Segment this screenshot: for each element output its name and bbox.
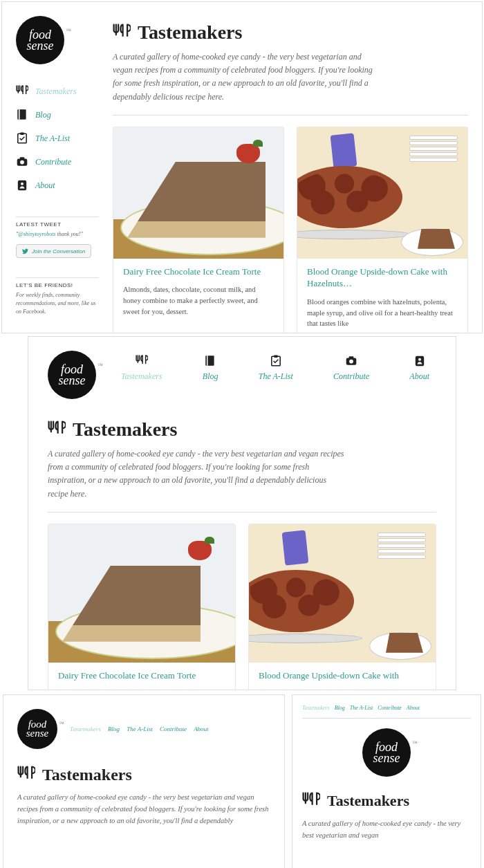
address-icon <box>413 355 426 367</box>
recipe-card[interactable]: Blood Orange Upside-down Cake with Hazel… <box>297 127 468 333</box>
nav-item-about[interactable]: About <box>194 726 209 732</box>
main-nav: Tastemakers Blog The A-List Contribute A… <box>302 705 471 719</box>
recipe-title[interactable]: Blood Orange Upside-down Cake with Hazel… <box>307 266 458 290</box>
tweet-text: "@shinytoyrobots thank you!" <box>16 230 99 239</box>
nav-item-contribute[interactable]: Contribute <box>16 150 99 174</box>
utensils-icon <box>16 85 28 98</box>
camera-icon <box>345 355 357 367</box>
utensils-icon <box>113 22 131 43</box>
tweet-handle[interactable]: @shinytoyrobots <box>18 231 55 237</box>
nav-label: Contribute <box>333 371 369 382</box>
address-icon <box>16 179 28 192</box>
nav-label: The A-List <box>35 133 70 144</box>
layout-tablet: food sense Tastemakers Blog The A-List C… <box>28 336 456 690</box>
clipboard-icon <box>16 132 28 145</box>
nav-label: Tastemakers <box>35 86 77 97</box>
camera-icon <box>16 156 28 168</box>
recipe-image-torte <box>48 524 235 663</box>
friends-block: LET'S BE FRIENDS! For weekly finds, comm… <box>16 277 99 316</box>
book-icon <box>16 109 28 121</box>
recipe-desc: Blood oranges combine with hazelnuts, po… <box>307 297 458 329</box>
layout-desktop: food sense Tastemakers Blog The A-List C… <box>1 1 483 333</box>
recipe-title[interactable]: Dairy Free Chocolate Ice Cream Torte <box>58 670 225 682</box>
nav-item-alist[interactable]: The A-List <box>259 355 293 382</box>
nav-item-tastemakers[interactable]: Tastemakers <box>70 726 101 732</box>
recipe-image-torte <box>113 127 283 259</box>
nav-item-about[interactable]: About <box>16 174 99 197</box>
friends-text: For weekly finds, community recommendati… <box>16 291 99 316</box>
nav-item-alist[interactable]: The A-List <box>16 127 99 150</box>
main-nav: Tastemakers Blog The A-List Contribute A… <box>70 726 214 732</box>
main-nav: Tastemakers Blog The A-List Contribute A… <box>16 80 99 197</box>
page-title: Tastemakers <box>113 21 468 44</box>
nav-item-blog[interactable]: Blog <box>203 355 218 382</box>
main-nav: Tastemakers Blog The A-List Contribute A… <box>114 355 436 382</box>
recipe-image-bloodorange <box>249 524 436 663</box>
nav-item-alist[interactable]: The A-List <box>350 705 373 711</box>
recipe-image-bloodorange <box>297 127 467 259</box>
nav-label: Contribute <box>35 157 71 167</box>
page-title: Tastemakers <box>48 418 436 441</box>
nav-item-blog[interactable]: Blog <box>16 103 99 127</box>
nav-item-alist[interactable]: The A-List <box>127 726 153 732</box>
brand-logo[interactable]: food sense <box>362 728 411 777</box>
nav-label: About <box>409 371 429 382</box>
recipe-title[interactable]: Blood Orange Upside-down Cake with <box>259 670 426 682</box>
sidebar: food sense Tastemakers Blog The A-List C… <box>16 16 99 333</box>
recipe-title[interactable]: Dairy Free Chocolate Ice Cream Torte <box>123 266 274 278</box>
recipe-desc: Almonds, dates, chocolate, coconut milk,… <box>123 284 274 317</box>
nav-label: Tastemakers <box>121 371 162 382</box>
layout-small-wide: food sense Tastemakers Blog The A-List C… <box>3 694 285 868</box>
recipe-cards: Dairy Free Chocolate Ice Cream Torte Blo… <box>48 524 436 690</box>
recipe-card[interactable]: Blood Orange Upside-down Cake with <box>248 524 436 690</box>
join-conversation-button[interactable]: Join the Conversation <box>16 244 91 258</box>
brand-logo[interactable]: food sense <box>48 351 96 399</box>
book-icon <box>204 355 216 367</box>
brand-logo[interactable]: food sense <box>17 709 57 749</box>
nav-label: The A-List <box>259 371 293 382</box>
nav-label: Blog <box>35 110 51 120</box>
nav-label: About <box>35 181 55 191</box>
page-intro: A curated gallery of home-cooked eye can… <box>302 818 471 842</box>
divider <box>48 512 436 513</box>
nav-item-contribute[interactable]: Contribute <box>378 705 402 711</box>
page-title: Tastemakers <box>302 791 471 811</box>
bird-icon <box>22 248 29 255</box>
nav-item-tastemakers[interactable]: Tastemakers <box>16 80 99 103</box>
page-intro: A curated gallery of home-cooked eye can… <box>48 447 345 501</box>
recipe-cards: Dairy Free Chocolate Ice Cream Torte Alm… <box>113 127 468 333</box>
divider <box>113 115 468 116</box>
utensils-icon <box>48 419 66 440</box>
friends-header: LET'S BE FRIENDS! <box>16 277 99 288</box>
clipboard-icon <box>270 355 282 367</box>
brand-logo[interactable]: food sense <box>16 16 64 64</box>
layout-mobile: Tastemakers Blog The A-List Contribute A… <box>292 694 481 868</box>
main-content: Tastemakers A curated gallery of home-co… <box>113 16 468 333</box>
nav-item-contribute[interactable]: Contribute <box>333 355 369 382</box>
nav-item-tastemakers[interactable]: Tastemakers <box>302 705 330 711</box>
recipe-card[interactable]: Dairy Free Chocolate Ice Cream Torte Alm… <box>113 127 284 333</box>
recipe-card[interactable]: Dairy Free Chocolate Ice Cream Torte <box>48 524 236 690</box>
tweet-header: LATEST TWEET <box>16 216 99 228</box>
nav-item-blog[interactable]: Blog <box>335 705 345 711</box>
utensils-icon <box>17 764 35 785</box>
nav-label: Blog <box>203 371 218 382</box>
page-intro: A curated gallery of home-cooked eye can… <box>17 792 270 827</box>
utensils-icon <box>302 791 320 811</box>
nav-item-blog[interactable]: Blog <box>108 726 120 732</box>
page-intro: A curated gallery of home-cooked eye can… <box>113 50 382 104</box>
latest-tweet-block: LATEST TWEET "@shinytoyrobots thank you!… <box>16 216 99 258</box>
page-title: Tastemakers <box>17 764 270 785</box>
nav-item-about[interactable]: About <box>409 355 429 382</box>
nav-item-tastemakers[interactable]: Tastemakers <box>121 355 162 382</box>
nav-item-contribute[interactable]: Contribute <box>160 726 187 732</box>
nav-item-about[interactable]: About <box>407 705 420 711</box>
utensils-icon <box>136 355 148 367</box>
